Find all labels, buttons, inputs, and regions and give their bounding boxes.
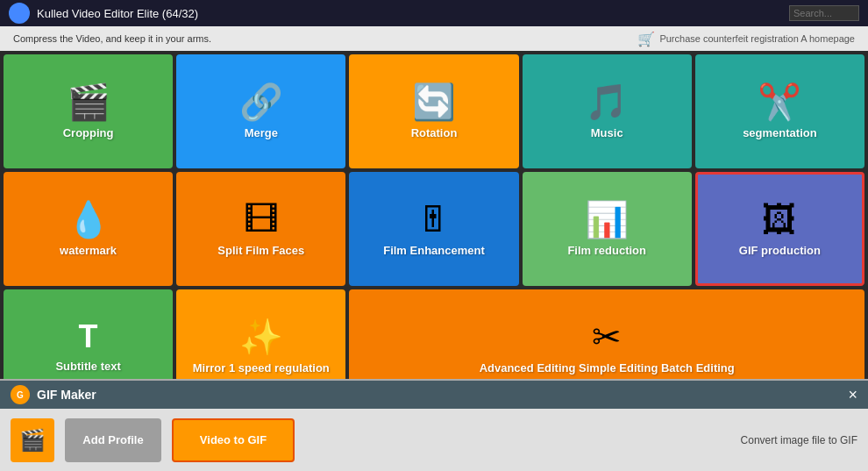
cart-icon: 🛒 [637, 31, 655, 47]
gif-production-icon: 🖼 [762, 202, 797, 237]
gif-panel-close[interactable]: × [848, 387, 857, 403]
tile-film-reduction[interactable]: 📊 Film reduction [523, 172, 692, 286]
advanced-editing-label: Advanced Editing Simple Editing Batch Ed… [480, 361, 735, 375]
search-input[interactable] [789, 5, 859, 21]
rotation-icon: 🔄 [412, 84, 456, 119]
advanced-editing-icon: ✂ [592, 319, 622, 354]
film-enhancement-icon: 🎚 [416, 202, 452, 237]
header-left: Kulled Video Editor Elite (64/32) [9, 3, 198, 24]
merge-icon: 🔗 [239, 84, 283, 119]
split-film-icon: 🎞 [244, 202, 279, 237]
tile-merge[interactable]: 🔗 Merge [176, 54, 345, 168]
gif-thumb-symbol: 🎬 [19, 428, 46, 453]
subtitle-bar: Compress the Video, and keep it in your … [0, 26, 868, 51]
header-right [789, 5, 859, 21]
cart-text: Purchase counterfeit registration A home… [659, 33, 855, 44]
split-film-label: Split Film Faces [217, 244, 304, 257]
tile-cropping[interactable]: 🎬 Cropping [4, 54, 173, 168]
tile-split-film-faces[interactable]: 🎞 Split Film Faces [176, 172, 345, 286]
gif-panel: G GIF Maker × 🎬 Add Profile Video to GIF… [0, 379, 868, 471]
mirror-icon: ✨ [239, 319, 283, 354]
gif-thumbnail: 🎬 [11, 418, 54, 462]
film-enhancement-label: Film Enhancement [383, 244, 485, 257]
film-reduction-label: Film reduction [567, 244, 646, 257]
cropping-icon: 🎬 [67, 84, 110, 119]
watermark-icon: 💧 [67, 202, 110, 237]
tile-gif-production[interactable]: 🖼 GIF production [695, 172, 864, 286]
app-header: Kulled Video Editor Elite (64/32) [0, 0, 868, 26]
merge-label: Merge [245, 126, 278, 139]
gif-logo: G [11, 385, 30, 404]
subtitle-icon: T [79, 321, 98, 353]
tile-film-enhancement[interactable]: 🎚 Film Enhancement [349, 172, 518, 286]
watermark-label: watermark [60, 244, 117, 257]
subtitle-text: Compress the Video, and keep it in your … [13, 33, 211, 44]
gif-thumb-icon: 🎬 [11, 418, 54, 462]
gif-panel-title: G GIF Maker [11, 385, 96, 404]
feature-grid: 🎬 Cropping 🔗 Merge 🔄 Rotation 🎵 Music ✂️… [0, 51, 868, 402]
film-reduction-icon: 📊 [585, 202, 629, 237]
tile-music[interactable]: 🎵 Music [523, 54, 692, 168]
gif-panel-header: G GIF Maker × [0, 381, 868, 409]
subtitle-label: Subtitle text [55, 360, 120, 373]
segmentation-icon: ✂️ [758, 84, 801, 119]
cropping-label: Cropping [63, 126, 114, 139]
tile-watermark[interactable]: 💧 watermark [4, 172, 173, 286]
gif-panel-content: 🎬 Add Profile Video to GIF Convert image… [0, 409, 868, 471]
segmentation-label: segmentation [743, 126, 817, 139]
app-title: Kulled Video Editor Elite (64/32) [37, 7, 198, 20]
music-icon: 🎵 [585, 84, 629, 119]
gif-title-text: GIF Maker [37, 388, 96, 402]
tile-segmentation[interactable]: ✂️ segmentation [695, 54, 864, 168]
mirror-label: Mirror 1 speed regulation [193, 361, 330, 375]
app-logo [9, 3, 30, 24]
cart-area: 🛒 Purchase counterfeit registration A ho… [637, 31, 855, 47]
rotation-label: Rotation [411, 126, 458, 139]
gif-production-label: GIF production [739, 244, 821, 257]
add-profile-button[interactable]: Add Profile [65, 418, 161, 462]
tile-rotation[interactable]: 🔄 Rotation [349, 54, 518, 168]
gif-info-text: Convert image file to GIF [741, 434, 857, 446]
music-label: Music [591, 126, 623, 139]
video-to-gif-button[interactable]: Video to GIF [172, 418, 295, 462]
